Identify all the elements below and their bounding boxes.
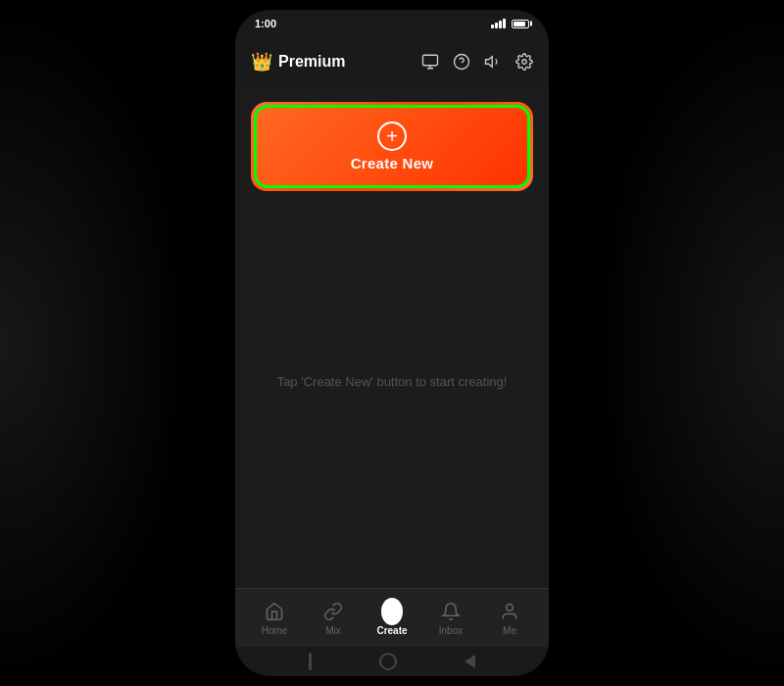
nav-inbox-label: Inbox <box>439 625 463 636</box>
battery-icon <box>512 20 529 28</box>
home-indicator <box>235 647 549 676</box>
inbox-icon <box>440 601 462 622</box>
top-nav: 👑 Premium <box>235 37 549 86</box>
nav-icons <box>421 53 533 71</box>
nav-item-home[interactable]: Home <box>250 601 299 636</box>
nav-home-label: Home <box>262 625 288 636</box>
home-icon <box>264 601 285 622</box>
volume-icon[interactable] <box>484 53 502 71</box>
nav-item-create[interactable]: Create <box>368 601 416 636</box>
bottom-nav: Home Mix Create Inbox Me <box>235 588 549 647</box>
create-new-wrapper: + Create New <box>251 102 533 191</box>
nav-item-me[interactable]: Me <box>485 601 534 636</box>
nav-me-label: Me <box>503 625 516 636</box>
svg-rect-0 <box>423 55 438 66</box>
back-arrow-icon[interactable] <box>465 655 475 668</box>
brand: 👑 Premium <box>251 51 345 73</box>
brand-name: Premium <box>278 53 345 71</box>
svg-marker-5 <box>486 57 493 68</box>
plus-circle-icon: + <box>377 122 407 151</box>
gesture-line-icon <box>309 653 312 670</box>
empty-state: Tap 'Create New' button to start creatin… <box>277 191 508 572</box>
status-indicators <box>491 19 529 28</box>
signal-icon <box>491 19 506 28</box>
me-icon <box>499 601 520 622</box>
svg-point-6 <box>522 60 527 65</box>
status-time: 1:00 <box>255 18 276 29</box>
status-bar: 1:00 <box>235 10 549 37</box>
svg-point-9 <box>507 604 514 611</box>
create-icon <box>381 601 403 622</box>
main-content: + Create New Tap 'Create New' button to … <box>235 86 549 588</box>
nav-item-inbox[interactable]: Inbox <box>426 601 475 636</box>
create-new-label: Create New <box>351 155 434 172</box>
crown-icon: 👑 <box>251 51 272 73</box>
nav-item-mix[interactable]: Mix <box>309 601 358 636</box>
help-icon[interactable] <box>453 53 470 71</box>
svg-point-3 <box>455 55 469 70</box>
nav-mix-label: Mix <box>325 625 341 636</box>
monitor-icon[interactable] <box>421 53 439 71</box>
circle-button-icon[interactable] <box>379 653 397 670</box>
create-new-button[interactable]: + Create New <box>254 105 530 188</box>
settings-icon[interactable] <box>515 53 533 71</box>
mix-icon <box>322 601 344 622</box>
empty-hint-text: Tap 'Create New' button to start creatin… <box>277 372 508 392</box>
phone-frame: 1:00 👑 Premium <box>235 10 549 676</box>
nav-create-label: Create <box>376 625 407 636</box>
